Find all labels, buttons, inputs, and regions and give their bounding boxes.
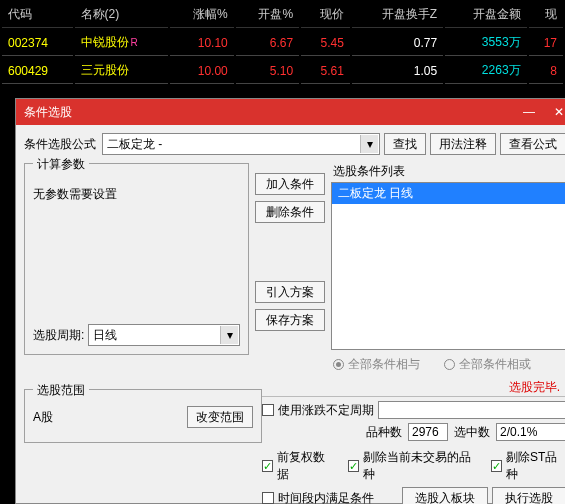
dialog-title: 条件选股 xyxy=(24,105,72,119)
col-openpct[interactable]: 开盘% xyxy=(236,2,299,28)
time-range-checkbox[interactable] xyxy=(262,492,274,504)
cell-name: 三元股份 xyxy=(75,58,169,84)
period-input[interactable] xyxy=(378,401,565,419)
fq-checkbox[interactable] xyxy=(262,460,273,472)
done-message: 选股完毕. xyxy=(262,379,565,396)
use-period-checkbox[interactable] xyxy=(262,404,274,416)
change-range-button[interactable]: 改变范围 xyxy=(187,406,253,428)
time-range-label: 时间段内满足条件 xyxy=(278,490,374,505)
table-header-row: 代码 名称(2) 涨幅% 开盘% 现价 开盘换手Z 开盘金额 现 xyxy=(2,2,563,28)
formula-label: 条件选股公式 xyxy=(24,136,98,153)
hits-label: 选中数 xyxy=(454,424,490,441)
col-extra[interactable]: 现 xyxy=(529,2,563,28)
cell-amount: 2263万 xyxy=(445,58,526,84)
remove-untraded-checkbox[interactable] xyxy=(348,460,359,472)
no-params-text: 无参数需要设置 xyxy=(33,186,240,203)
range-legend: 选股范围 xyxy=(33,382,89,399)
close-icon[interactable]: ✕ xyxy=(544,99,565,125)
to-block-button[interactable]: 选股入板块 xyxy=(402,487,488,504)
table-row[interactable]: 002374 中锐股份R 10.10 6.67 5.45 0.77 3553万 … xyxy=(2,30,563,56)
col-name[interactable]: 名称(2) xyxy=(75,2,169,28)
cell-amount: 3553万 xyxy=(445,30,526,56)
cell-turnover: 1.05 xyxy=(352,58,443,84)
col-amount[interactable]: 开盘金额 xyxy=(445,2,526,28)
kinds-label: 品种数 xyxy=(366,424,402,441)
condition-list-label: 选股条件列表 xyxy=(333,163,565,180)
cell-code: 002374 xyxy=(2,30,73,56)
stock-range-group: 选股范围 A股 改变范围 xyxy=(24,389,262,443)
search-button[interactable]: 查找 xyxy=(384,133,426,155)
add-condition-button[interactable]: 加入条件 xyxy=(255,173,325,195)
chevron-down-icon[interactable]: ▾ xyxy=(220,326,238,344)
use-period-label: 使用涨跌不定周期 xyxy=(278,402,374,419)
cell-chg: 10.00 xyxy=(170,58,233,84)
hits-value: 2/0.1% xyxy=(496,423,565,441)
execute-button[interactable]: 执行选股 xyxy=(492,487,565,504)
radio-icon xyxy=(333,359,344,370)
delete-condition-button[interactable]: 删除条件 xyxy=(255,201,325,223)
range-value: A股 xyxy=(33,409,53,426)
cell-price: 5.61 xyxy=(301,58,350,84)
list-item[interactable]: 二板定龙 日线 xyxy=(332,183,565,204)
remove-untraded-label: 剔除当前未交易的品种 xyxy=(363,449,477,483)
calc-legend: 计算参数 xyxy=(33,156,89,173)
period-value: 日线 xyxy=(93,327,117,344)
table-row[interactable]: 600429 三元股份 10.00 5.10 5.61 1.05 2263万 8 xyxy=(2,58,563,84)
formula-value: 二板定龙 - xyxy=(107,136,162,153)
remove-st-label: 剔除ST品种 xyxy=(506,449,565,483)
flag-r: R xyxy=(129,37,138,48)
cell-openpct: 6.67 xyxy=(236,30,299,56)
radio-icon xyxy=(444,359,455,370)
cell-name: 中锐股份R xyxy=(75,30,169,56)
cell-turnover: 0.77 xyxy=(352,30,443,56)
remove-st-checkbox[interactable] xyxy=(491,460,502,472)
col-turnover[interactable]: 开盘换手Z xyxy=(352,2,443,28)
col-price[interactable]: 现价 xyxy=(301,2,350,28)
minimize-icon[interactable]: — xyxy=(514,99,544,125)
radio-and[interactable]: 全部条件相与 xyxy=(333,356,420,373)
condition-stock-dialog: 条件选股 — ✕ 条件选股公式 二板定龙 - ▾ 查找 用法注释 查看公式 计算… xyxy=(15,98,565,504)
period-combo[interactable]: 日线 ▾ xyxy=(88,324,240,346)
chevron-down-icon[interactable]: ▾ xyxy=(360,135,378,153)
import-plan-button[interactable]: 引入方案 xyxy=(255,281,325,303)
cell-openpct: 5.10 xyxy=(236,58,299,84)
view-formula-button[interactable]: 查看公式 xyxy=(500,133,565,155)
kinds-value: 2976 xyxy=(408,423,448,441)
formula-combo[interactable]: 二板定龙 - ▾ xyxy=(102,133,380,155)
period-label: 选股周期: xyxy=(33,327,84,344)
cell-code: 600429 xyxy=(2,58,73,84)
condition-listbox[interactable]: 二板定龙 日线 xyxy=(331,182,565,350)
calc-params-group: 计算参数 无参数需要设置 选股周期: 日线 ▾ xyxy=(24,163,249,355)
usage-button[interactable]: 用法注释 xyxy=(430,133,496,155)
save-plan-button[interactable]: 保存方案 xyxy=(255,309,325,331)
stock-table: 代码 名称(2) 涨幅% 开盘% 现价 开盘换手Z 开盘金额 现 002374 … xyxy=(0,0,565,86)
col-code[interactable]: 代码 xyxy=(2,2,73,28)
cell-chg: 10.10 xyxy=(170,30,233,56)
fq-label: 前复权数据 xyxy=(277,449,334,483)
cell-extra: 17 xyxy=(529,30,563,56)
cell-extra: 8 xyxy=(529,58,563,84)
radio-or[interactable]: 全部条件相或 xyxy=(444,356,531,373)
dialog-titlebar[interactable]: 条件选股 — ✕ xyxy=(16,99,565,125)
cell-price: 5.45 xyxy=(301,30,350,56)
col-chg[interactable]: 涨幅% xyxy=(170,2,233,28)
